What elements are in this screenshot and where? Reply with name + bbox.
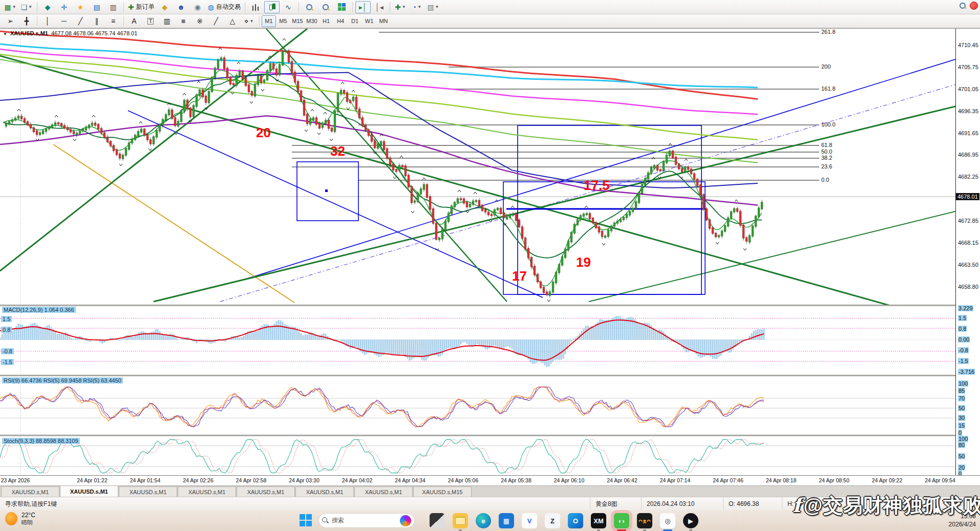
status-profile[interactable]: 黄金8图 xyxy=(590,497,647,511)
data-window-button[interactable]: ✛ xyxy=(56,1,72,13)
zhipu-ai-icon[interactable]: Z xyxy=(545,513,560,528)
timeframe-mn[interactable]: MN xyxy=(376,15,391,27)
templates-button[interactable]: ▧▼ xyxy=(425,1,441,13)
chart-shift-button[interactable]: │◂ xyxy=(372,1,387,13)
text-button[interactable]: A xyxy=(126,15,142,27)
microsoft-store-icon[interactable]: ▦ xyxy=(499,513,514,528)
indicator-axis-label: -0.8 xyxy=(958,347,969,353)
new-order-icon: ✚ xyxy=(128,4,134,11)
timeframe-m5[interactable]: M5 xyxy=(276,15,290,27)
file-explorer-icon[interactable] xyxy=(453,513,468,528)
shapes-button[interactable]: ■ xyxy=(176,15,191,27)
red-annotation[interactable]: 20 xyxy=(256,125,271,140)
fibonacci-button[interactable]: ≡ xyxy=(105,15,121,27)
metaeditor-button[interactable]: ◆ xyxy=(157,1,173,13)
co-app-icon[interactable]: ◎ xyxy=(660,513,675,528)
time-axis[interactable]: 23 Apr 202624 Apr 01:2224 Apr 01:5424 Ap… xyxy=(0,475,980,486)
chart-tab-4[interactable]: XAUUSD.s,M1 xyxy=(237,486,295,497)
chart-tab-3[interactable]: XAUUSD.s,M1 xyxy=(178,486,236,497)
candlestick-chart-button[interactable] xyxy=(264,1,280,13)
zoom-in-button[interactable] xyxy=(302,1,317,13)
navigator-button[interactable]: ★ xyxy=(73,1,88,13)
timeframe-d1[interactable]: D1 xyxy=(348,15,362,27)
red-annotation[interactable]: 32 xyxy=(330,143,345,159)
arrows-icon: ※ xyxy=(197,17,203,25)
chart-shift-icon: │◂ xyxy=(375,4,384,11)
macd-panel[interactable] xyxy=(0,306,955,374)
pitchfork-button[interactable]: △ xyxy=(225,15,240,27)
status-help-text: 寻求帮助,请按F1键 xyxy=(0,497,62,511)
timeframe-m30[interactable]: M30 xyxy=(305,15,319,27)
trendline-object[interactable] xyxy=(154,100,955,302)
bar-chart-button[interactable] xyxy=(248,1,263,13)
trendline-object[interactable] xyxy=(128,111,543,298)
red-annotation[interactable]: 19 xyxy=(576,254,591,270)
trendline-object[interactable] xyxy=(244,52,955,280)
auto-scroll-button[interactable]: ▸│ xyxy=(355,1,371,13)
panel-separator[interactable] xyxy=(0,435,980,436)
strategy-tester-button[interactable]: ▥ xyxy=(105,1,121,13)
chart-tab-1[interactable]: XAUUSD.s,M1 xyxy=(60,485,118,497)
cycle-lines-button[interactable]: ╱ xyxy=(208,15,224,27)
outlook-icon[interactable]: O xyxy=(568,513,583,528)
news-button[interactable]: ◉ xyxy=(190,1,205,13)
channel-button[interactable]: ∥ xyxy=(89,15,104,27)
chart-area[interactable]: ▼ XAUUSD.s,M1 4677.08 4678.06 4675.74 46… xyxy=(0,28,980,476)
indicators-button[interactable]: ✚▼ xyxy=(393,1,408,13)
chart-tab-5[interactable]: XAUUSD.s,M1 xyxy=(295,486,354,497)
tile-windows-button[interactable] xyxy=(334,1,350,13)
autotrading-button[interactable]: ◍ 自动交易 xyxy=(206,1,242,13)
horizontal-line-button[interactable]: ─ xyxy=(56,15,72,27)
rsi-panel[interactable] xyxy=(0,376,955,435)
vertical-line-button[interactable]: │ xyxy=(40,15,55,27)
trendline-button[interactable]: ╱ xyxy=(73,15,88,27)
zoom-out-button[interactable] xyxy=(318,1,333,13)
collapse-triangle-icon[interactable]: ▼ xyxy=(3,32,7,36)
start-button[interactable] xyxy=(300,514,312,526)
profiles-button[interactable]: ❏▼ xyxy=(19,1,34,13)
main-price-chart[interactable]: 261.8200161.8100.061.850.038.223.60.0203… xyxy=(0,29,955,305)
chart-tab-7[interactable]: XAUUSD.s,M15 xyxy=(413,486,472,497)
media-player-icon[interactable]: ▶ xyxy=(683,513,698,528)
trendline-object[interactable] xyxy=(0,29,307,271)
chart-tab-6[interactable]: XAUUSD.s,M1 xyxy=(354,486,413,497)
cat-app-icon[interactable]: ᴖᴥᴖ xyxy=(637,513,652,528)
periods-button[interactable]: ◔▼ xyxy=(409,1,424,13)
chat-button[interactable]: ☻ xyxy=(174,1,189,13)
cursor-button[interactable]: ➢ xyxy=(3,15,18,27)
trendline-object[interactable] xyxy=(53,144,294,303)
arrows-button[interactable]: ※ xyxy=(192,15,207,27)
terminal-button[interactable]: ▤ xyxy=(89,1,104,13)
timeframe-h1[interactable]: H1 xyxy=(319,15,333,27)
weather-widget[interactable]: 22°C 晴朗 xyxy=(5,512,35,526)
timeframe-m1[interactable]: M1 xyxy=(262,15,276,27)
crosshair-button[interactable]: ╋ xyxy=(19,15,34,27)
timeframe-w1[interactable]: W1 xyxy=(362,15,376,27)
red-annotation[interactable]: 17.5 xyxy=(584,178,610,193)
search-icon[interactable] xyxy=(960,3,966,9)
taskbar-search[interactable]: 搜索 xyxy=(318,513,415,528)
edge-icon[interactable]: e xyxy=(476,513,491,528)
red-annotation[interactable]: 17 xyxy=(512,268,527,284)
timeframe-m15[interactable]: M15 xyxy=(290,15,305,27)
line-chart-button[interactable]: ∿ xyxy=(281,1,296,13)
more-tools-button[interactable]: ⋄▼ xyxy=(241,15,257,27)
wechat-icon[interactable]: ◖◗ xyxy=(614,513,629,528)
chart-tab-2[interactable]: XAUUSD.s,M1 xyxy=(119,486,177,497)
price-axis[interactable]: 4710.454705.754701.054696.354691.654686.… xyxy=(955,29,980,476)
new-order-button[interactable]: ✚ 新订单 xyxy=(126,1,156,13)
timeframe-h4[interactable]: H4 xyxy=(333,15,348,27)
text-label-button[interactable]: T xyxy=(143,15,158,27)
objects-list-button[interactable]: ▥ xyxy=(159,15,175,27)
rectangle-object[interactable] xyxy=(503,182,705,294)
chart-tab-0[interactable]: XAUUSD.s,M1 xyxy=(1,486,59,497)
xm-icon[interactable]: XM xyxy=(591,513,606,528)
trendline-object[interactable] xyxy=(589,205,955,302)
rectangle-object[interactable] xyxy=(518,125,701,294)
market-watch-button[interactable]: ◆ xyxy=(40,1,55,13)
stochastic-panel[interactable] xyxy=(0,437,955,476)
v-app-icon[interactable]: V xyxy=(522,513,537,528)
update-icon[interactable] xyxy=(970,2,978,10)
task-view-icon[interactable] xyxy=(430,513,445,528)
new-chart-button[interactable]: ▦▼ xyxy=(3,1,18,13)
